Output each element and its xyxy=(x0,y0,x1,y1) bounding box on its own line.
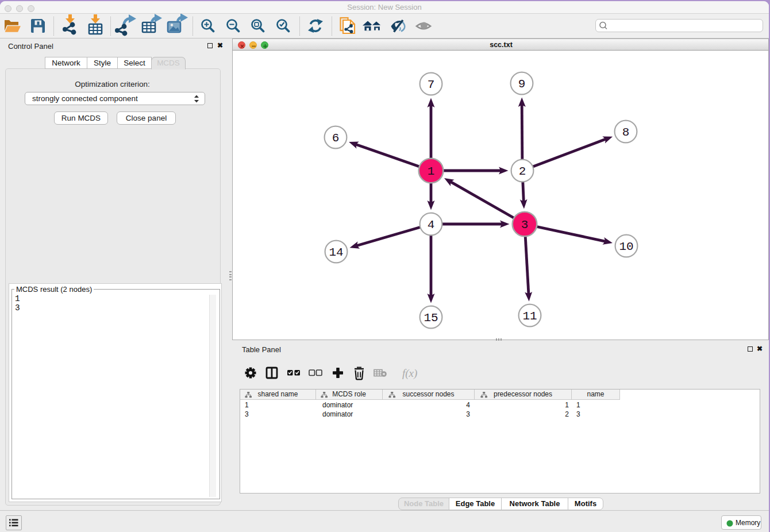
svg-text:7: 7 xyxy=(428,78,435,91)
svg-text:1: 1 xyxy=(428,165,435,178)
svg-text:10: 10 xyxy=(619,240,633,253)
svg-text:8: 8 xyxy=(622,126,630,139)
svg-text:15: 15 xyxy=(424,311,438,325)
svg-text:14: 14 xyxy=(329,246,343,259)
svg-text:9: 9 xyxy=(518,78,526,91)
svg-text:3: 3 xyxy=(521,218,529,232)
svg-text:11: 11 xyxy=(522,310,537,323)
svg-text:2: 2 xyxy=(519,165,526,178)
svg-text:4: 4 xyxy=(428,218,435,232)
svg-text:f(x): f(x) xyxy=(402,367,417,380)
svg-text:6: 6 xyxy=(332,132,340,145)
